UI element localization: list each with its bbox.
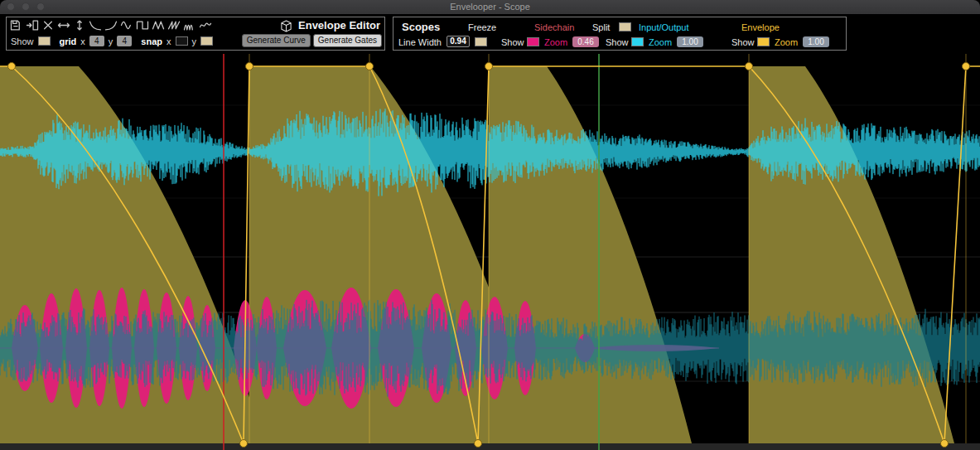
line-width-label: Line Width: [398, 37, 442, 47]
grid-y-value[interactable]: 4: [117, 36, 132, 46]
envelope-handle[interactable]: [941, 440, 949, 448]
sidechain-zoom-label: Zoom: [544, 37, 567, 47]
delete-icon[interactable]: [41, 19, 56, 31]
sidechain-show-label: Show: [501, 37, 524, 47]
envelope-handle[interactable]: [246, 63, 253, 70]
freeze-label[interactable]: Freeze: [468, 22, 496, 32]
io-zoom-value[interactable]: 1.00: [677, 36, 703, 47]
cube-icon: [280, 20, 294, 31]
snap-y-label: y: [192, 36, 197, 46]
sidechain-section-label: Sidechain: [534, 22, 574, 32]
envelope-handle[interactable]: [240, 440, 248, 448]
envelope-handle[interactable]: [366, 63, 374, 70]
app-window: Envelooper - Scope Envelope Editor Show …: [0, 0, 980, 450]
flip-vertical-icon[interactable]: [73, 19, 87, 31]
toolbar: Envelope Editor Show grid x 4 y 4 snap x…: [0, 14, 980, 54]
spikes-icon[interactable]: [183, 19, 197, 31]
envelope-show-label: Show: [731, 37, 755, 47]
io-zoom-label: Zoom: [649, 37, 672, 47]
snap-label: snap: [141, 36, 162, 46]
generate-buttons: Generate Curve Generate Gates: [242, 34, 382, 47]
envelope-zoom-value[interactable]: 1.00: [803, 36, 829, 47]
envelope-editor-header: Envelope Editor: [280, 19, 380, 31]
envelope-show-swatch[interactable]: [757, 37, 770, 46]
square-wave-icon[interactable]: [136, 19, 150, 31]
titlebar[interactable]: Envelooper - Scope: [0, 0, 980, 15]
copy-icon[interactable]: [26, 19, 40, 31]
envelope-editor-icon-strip: [10, 19, 213, 31]
envelope-editor-panel: Envelope Editor Show grid x 4 y 4 snap x…: [6, 17, 385, 51]
envelope-handle[interactable]: [746, 63, 753, 70]
grid-y-label: y: [109, 36, 113, 46]
envelope-handle[interactable]: [485, 63, 493, 70]
envelope-zoom-label: Zoom: [775, 37, 798, 47]
decay-curve-icon[interactable]: [89, 19, 103, 31]
editor-show-swatch[interactable]: [38, 36, 51, 46]
envelope-editor-title: Envelope Editor: [298, 19, 380, 31]
triangle-wave-icon[interactable]: [152, 19, 166, 31]
flip-horizontal-icon[interactable]: [57, 19, 71, 31]
window-bottom-strip: [0, 443, 980, 450]
rise-curve-icon[interactable]: [104, 19, 118, 31]
envelope-handle[interactable]: [8, 63, 16, 70]
envelope-handle[interactable]: [963, 63, 970, 70]
window-title: Envelooper - Scope: [0, 0, 980, 14]
sine-wave-icon[interactable]: [120, 19, 134, 31]
line-width-swatch[interactable]: [475, 37, 487, 46]
snap-x-swatch[interactable]: [176, 36, 188, 46]
grid-x-label: x: [80, 36, 85, 46]
grid-label: grid: [60, 36, 77, 46]
snap-y-swatch[interactable]: [200, 36, 213, 46]
scopes-panel: Scopes Freeze Sidechain Split Input/Outp…: [393, 17, 847, 51]
scopes-title: Scopes: [402, 21, 440, 33]
sidechain-show-swatch[interactable]: [527, 37, 539, 46]
save-icon[interactable]: [10, 19, 24, 31]
show-label: Show: [11, 36, 34, 46]
line-width-value[interactable]: 0.94: [447, 36, 470, 47]
sidechain-zoom-value[interactable]: 0.46: [572, 36, 599, 47]
split-swatch[interactable]: [619, 22, 631, 31]
envelope-section-label: Envelope: [741, 22, 780, 32]
grid-x-value[interactable]: 4: [89, 36, 104, 46]
generate-curve-button[interactable]: Generate Curve: [242, 34, 311, 47]
io-section-label: Input/Output: [639, 22, 689, 32]
random-curve-icon[interactable]: [199, 19, 213, 31]
snap-x-label: x: [167, 36, 171, 46]
scope-canvas[interactable]: [0, 54, 980, 450]
split-label: Split: [592, 22, 610, 32]
io-show-swatch[interactable]: [631, 37, 644, 46]
envelope-editor-controls: Show grid x 4 y 4 snap x y: [11, 36, 213, 46]
generate-gates-button[interactable]: Generate Gates: [313, 34, 382, 47]
io-show-label: Show: [606, 37, 629, 47]
envelope-handle[interactable]: [475, 440, 482, 448]
saw-wave-icon[interactable]: [167, 19, 181, 31]
